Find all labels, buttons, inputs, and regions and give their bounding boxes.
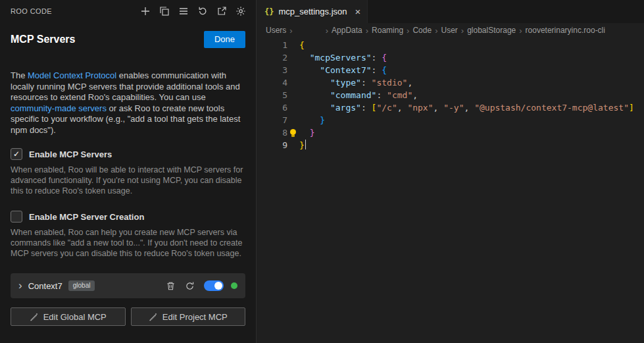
line-number: 7	[257, 114, 287, 126]
breadcrumb-separator-icon: ›	[326, 26, 328, 36]
bulb-slot	[287, 76, 299, 89]
json-file-icon: {}	[264, 7, 274, 16]
plus-icon[interactable]	[138, 4, 153, 18]
enable-mcp-servers-label: Enable MCP Servers	[29, 149, 112, 159]
page-title: MCP Servers	[11, 34, 75, 45]
code-line[interactable]: 8 }	[257, 126, 644, 139]
line-number: 2	[257, 51, 287, 64]
trash-icon[interactable]	[164, 279, 177, 292]
desc-text-1: The	[11, 70, 28, 80]
breadcrumb-segment[interactable]: Roaming	[372, 26, 403, 35]
line-content[interactable]: {	[299, 39, 305, 51]
restart-icon[interactable]	[183, 279, 196, 292]
breadcrumb-separator-icon: ›	[366, 26, 368, 36]
panel-header: ROO CODE	[0, 0, 256, 22]
new-window-icon[interactable]	[157, 4, 172, 18]
bulb-slot	[287, 139, 299, 151]
code-editor[interactable]: 1{2 "mcpServers": {3 "Context7": {4 "typ…	[257, 38, 644, 343]
editor-tabbar: {} mcp_settings.json ×	[257, 0, 644, 23]
mcp-edit-buttons: Edit Global MCP Edit Project MCP	[11, 307, 245, 326]
breadcrumb-separator-icon: ›	[289, 26, 292, 36]
check-icon: ✓	[13, 150, 20, 158]
line-number: 6	[257, 101, 287, 114]
breadcrumb-segment[interactable]: AppData	[332, 26, 362, 35]
panel-header-actions	[138, 4, 248, 18]
done-button[interactable]: Done	[204, 31, 245, 48]
model-context-protocol-link[interactable]: Model Context Protocol	[28, 70, 116, 80]
code-line[interactable]: 2 "mcpServers": {	[257, 51, 644, 64]
code-line[interactable]: 7 }	[257, 114, 644, 126]
editor-group: {} mcp_settings.json × Users››AppData›Ro…	[257, 0, 644, 343]
line-number: 1	[257, 39, 287, 51]
line-number: 5	[257, 89, 287, 101]
server-enabled-toggle[interactable]	[204, 280, 224, 291]
line-content[interactable]: "command": "cmd",	[299, 89, 418, 101]
enable-mcp-creation-section: ✓ Enable MCP Server Creation When enable…	[0, 211, 256, 273]
toggle-knob	[214, 282, 222, 290]
bulb-slot	[287, 114, 299, 126]
bulb-slot	[287, 51, 299, 64]
line-content[interactable]: "args": ["/c", "npx", "-y", "@upstash/co…	[299, 101, 634, 114]
enable-mcp-creation-checkbox[interactable]: ✓	[11, 211, 22, 223]
server-row-context7[interactable]: › Context7 global	[11, 273, 245, 298]
line-content[interactable]: }	[299, 126, 314, 139]
breadcrumb-segment[interactable]: rooveterinaryinc.roo-cli	[526, 26, 605, 35]
breadcrumb-segment[interactable]: User	[441, 26, 457, 35]
bulb-slot	[287, 101, 299, 114]
bulb-slot	[287, 89, 299, 101]
panel-title: ROO CODE	[11, 7, 138, 15]
breadcrumb-separator-icon: ›	[435, 26, 437, 36]
pencil-icon	[149, 313, 157, 321]
enable-mcp-creation-description: When enabled, Roo can help you create ne…	[11, 227, 245, 259]
line-number: 9	[257, 139, 287, 151]
community-made-servers-link[interactable]: community-made servers	[11, 103, 107, 113]
page-header: MCP Servers Done	[0, 22, 256, 48]
breadcrumb-segment[interactable]: globalStorage	[467, 26, 516, 35]
server-list-icon[interactable]	[176, 4, 191, 18]
breadcrumb-separator-icon: ›	[407, 26, 409, 36]
line-number: 3	[257, 64, 287, 76]
chevron-right-icon[interactable]: ›	[18, 280, 22, 291]
code-line[interactable]: 3 "Context7": {	[257, 64, 644, 76]
breadcrumb-separator-icon: ›	[519, 26, 522, 36]
edit-global-mcp-button[interactable]: Edit Global MCP	[11, 307, 126, 326]
line-number: 8	[257, 126, 287, 139]
line-content[interactable]: "type": "stdio",	[299, 76, 412, 89]
text-cursor	[305, 140, 307, 149]
code-line[interactable]: 4 "type": "stdio",	[257, 76, 644, 89]
line-content[interactable]: }	[299, 139, 306, 151]
code-line[interactable]: 9}	[257, 139, 644, 151]
breadcrumb: Users››AppData›Roaming›Code›User›globalS…	[257, 23, 644, 38]
edit-global-mcp-label: Edit Global MCP	[43, 312, 107, 322]
mcp-description: The Model Context Protocol enables commu…	[11, 70, 245, 136]
tab-mcp-settings-json[interactable]: {} mcp_settings.json ×	[257, 0, 368, 23]
line-content[interactable]: }	[299, 114, 325, 126]
open-external-icon[interactable]	[214, 4, 229, 18]
breadcrumb-segment[interactable]: Users	[266, 26, 286, 35]
bulb-slot	[287, 39, 299, 51]
history-icon[interactable]	[195, 4, 210, 18]
gear-icon[interactable]	[234, 4, 248, 18]
enable-mcp-creation-label: Enable MCP Server Creation	[29, 212, 144, 222]
close-tab-icon[interactable]: ×	[355, 7, 361, 16]
server-status-dot	[231, 282, 237, 289]
line-content[interactable]: "Context7": {	[299, 64, 387, 76]
enable-mcp-servers-checkbox[interactable]: ✓	[11, 148, 22, 160]
edit-project-mcp-button[interactable]: Edit Project MCP	[131, 307, 246, 326]
breadcrumb-segment[interactable]: Code	[412, 26, 432, 35]
breadcrumb-separator-icon: ›	[461, 26, 464, 36]
lightbulb-icon[interactable]	[287, 126, 299, 139]
vscode-window: ROO CODE	[0, 0, 644, 343]
enable-mcp-servers-description: When enabled, Roo will be able to intera…	[11, 165, 245, 196]
roo-code-panel: ROO CODE	[0, 0, 257, 343]
tab-title: mcp_settings.json	[278, 7, 347, 16]
code-line[interactable]: 5 "command": "cmd",	[257, 89, 644, 101]
edit-project-mcp-label: Edit Project MCP	[162, 312, 228, 322]
pencil-icon	[30, 313, 38, 321]
server-scope-badge: global	[68, 280, 95, 291]
line-content[interactable]: "mcpServers": {	[299, 51, 387, 64]
line-number: 4	[257, 76, 287, 89]
code-line[interactable]: 6 "args": ["/c", "npx", "-y", "@upstash/…	[257, 101, 644, 114]
server-name: Context7	[28, 281, 62, 291]
code-line[interactable]: 1{	[257, 39, 644, 51]
